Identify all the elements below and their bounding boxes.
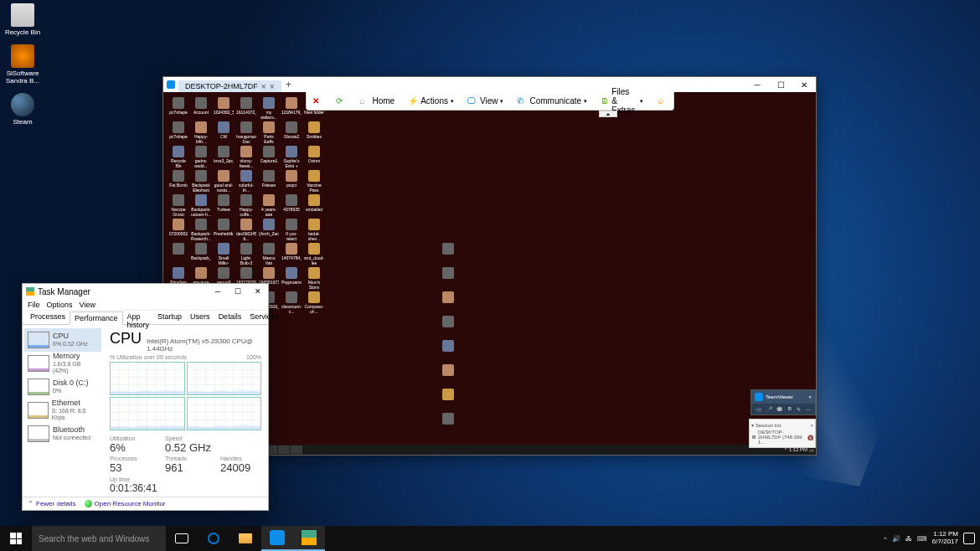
- menu-view[interactable]: View: [80, 301, 95, 309]
- task-manager-taskbar-button[interactable]: [293, 526, 325, 551]
- teamviewer-close-session-button[interactable]: ✕: [306, 92, 329, 110]
- remote-desktop-icon[interactable]: Light-Buib-3: [236, 243, 256, 265]
- task-manager-close-button[interactable]: ✕: [248, 284, 268, 299]
- teamviewer-home-button[interactable]: ⌂Home: [353, 92, 401, 110]
- remote-desktop-icon[interactable]: [438, 291, 458, 313]
- remote-desktop-icon[interactable]: (Avch_Zacze...: [259, 219, 279, 240]
- teamviewer-tab-close-icon[interactable]: ×: [261, 82, 266, 91]
- teamviewer-actions-menu[interactable]: ⚡Actions▾: [401, 92, 461, 110]
- task-view-button[interactable]: [166, 526, 198, 551]
- task-manager-minimize-button[interactable]: ─: [208, 284, 228, 299]
- remote-desktop-icon[interactable]: CM: [214, 121, 234, 143]
- remote-desktop-icon[interactable]: Backpack_Car: [191, 243, 211, 265]
- teamviewer-panel-close-icon[interactable]: ×: [808, 394, 812, 399]
- remote-desktop-icon[interactable]: good and-nostg...: [214, 170, 234, 192]
- remote-desktop-icon[interactable]: classroom-c...: [281, 291, 302, 313]
- remote-desktop-icon[interactable]: [438, 340, 458, 362]
- remote-desktop-icon[interactable]: brvs3_2pc...: [214, 146, 234, 167]
- remote-desktop-icon[interactable]: dec060245-6...: [236, 219, 256, 240]
- session-list-close-icon[interactable]: ×: [810, 423, 813, 428]
- tv-tool-video-icon[interactable]: 📹: [756, 406, 761, 412]
- teamviewer-minimize-button[interactable]: ─: [745, 77, 769, 92]
- teamviewer-refresh-button[interactable]: ⟳: [329, 92, 353, 110]
- remote-desktop-icon[interactable]: Psyproams: [281, 267, 302, 289]
- remote-desktop-icon[interactable]: Small Milky-Summer: [214, 243, 234, 265]
- remote-desktop-icon[interactable]: projct: [281, 170, 302, 192]
- tray-volume-icon[interactable]: 🔊: [892, 535, 900, 543]
- remote-desktop-icon[interactable]: Vaccine Pass Recvw 1900: [304, 170, 324, 192]
- start-button[interactable]: [0, 526, 32, 551]
- remote-desktop-icon[interactable]: [438, 267, 458, 289]
- teamviewer-feedback-button[interactable]: ☺: [650, 92, 673, 110]
- tray-network-icon[interactable]: 🖧: [905, 535, 912, 543]
- teamviewer-titlebar[interactable]: DESKTOP-2HML7DF × × + ─ ☐ ✕: [163, 77, 816, 92]
- remote-desktop-icon[interactable]: 12184179_1...: [281, 97, 302, 119]
- remote-desktop-icon[interactable]: Paris Eeffs: [259, 121, 279, 143]
- remote-desktop-icon[interactable]: [438, 316, 458, 337]
- remote-desktop-icon[interactable]: 4378935: [281, 194, 302, 216]
- remote-desktop-icon[interactable]: Compass-of-...: [304, 291, 324, 313]
- edge-taskbar-button[interactable]: [198, 526, 230, 551]
- remote-desktop-icon[interactable]: Mom's Signv: [304, 267, 324, 289]
- sisoft-sandra-icon[interactable]: SiSoftware Sandra B...: [3, 44, 42, 85]
- remote-desktop-icon[interactable]: 07200002: [168, 219, 188, 240]
- remote-desktop-icon[interactable]: my gallaxy...: [259, 97, 279, 119]
- remote-desktop-icon[interactable]: umbailed: [304, 194, 324, 216]
- remote-desktop-icon[interactable]: Backpack-uotopn-h...: [191, 194, 211, 216]
- tab-processes[interactable]: Processes: [26, 311, 70, 324]
- tv-tool-chat-icon[interactable]: 💬: [776, 406, 782, 412]
- remote-desktop-icon[interactable]: Manco Van: [259, 243, 279, 265]
- tray-chevron-icon[interactable]: ^: [884, 535, 887, 543]
- remote-desktop-icon[interactable]: Friesen: [259, 170, 279, 192]
- tab-services[interactable]: Services: [245, 311, 283, 324]
- fewer-details-link[interactable]: ⌃Fewer details: [28, 500, 76, 507]
- steam-icon[interactable]: Steam: [3, 93, 42, 126]
- session-entry[interactable]: DESKTOP-2HML7DF (748 299 1...: [758, 430, 806, 445]
- tv-tool-board-icon[interactable]: ✎: [797, 406, 801, 412]
- menu-options[interactable]: Options: [47, 301, 73, 309]
- remote-desktop-icon[interactable]: Turkee: [214, 194, 234, 216]
- remote-desktop-icon[interactable]: Sophie's Evist + Panic: [281, 146, 302, 167]
- search-input[interactable]: Search the web and Windows: [32, 526, 166, 551]
- resource-disk[interactable]: Disk 0 (C:)0%: [24, 375, 101, 399]
- teamviewer-new-tab-button[interactable]: +: [283, 79, 295, 90]
- remote-desktop-icon[interactable]: Inauguraon Day: [236, 121, 256, 143]
- teamviewer-tab-close2-icon[interactable]: ×: [270, 82, 275, 91]
- remote-desktop-icon[interactable]: Fat Bomb: [168, 170, 188, 192]
- remote-desktop-icon[interactable]: [438, 364, 458, 386]
- remote-desktop-icon[interactable]: sfumy-heeat...: [236, 146, 256, 167]
- remote-desktop-icon[interactable]: Ghosts2: [281, 121, 302, 143]
- resource-memory[interactable]: Memory1.6/3.8 GB (42%): [24, 352, 101, 375]
- tv-tool-mic-icon[interactable]: 🎤: [766, 406, 772, 412]
- tab-app-history[interactable]: App history: [123, 311, 154, 324]
- resource-ethernet[interactable]: EthernetS: 168 R: 8.0 Kbps: [24, 399, 101, 422]
- remote-desktop-icon[interactable]: 1024382_5k...: [214, 97, 234, 119]
- remote-desktop-icon[interactable]: Recycle Bin: [168, 146, 188, 167]
- tab-performance[interactable]: Performance: [70, 312, 123, 325]
- clock[interactable]: 1:12 PM 6/7/2017: [932, 531, 958, 546]
- recycle-bin-icon[interactable]: Recycle Bin: [3, 3, 42, 36]
- open-resource-monitor-link[interactable]: Open Resource Monitor: [85, 500, 166, 507]
- teamviewer-files-menu[interactable]: 🗎Files & Extras▾: [594, 92, 649, 110]
- remote-desktop-icon[interactable]: Backpack Elephant: [191, 170, 211, 192]
- teamviewer-communicate-menu[interactable]: ✆Communicate▾: [510, 92, 594, 110]
- remote-desktop-icon[interactable]: [168, 243, 188, 265]
- action-center-icon[interactable]: [963, 533, 975, 544]
- teamviewer-session-tab[interactable]: DESKTOP-2HML7DF × ×: [178, 80, 281, 92]
- file-explorer-taskbar-button[interactable]: [230, 526, 261, 551]
- teamviewer-maximize-button[interactable]: ☐: [769, 77, 792, 92]
- remote-desktop-icon[interactable]: [438, 413, 458, 435]
- teamviewer-close-button[interactable]: ✕: [792, 77, 816, 92]
- remote-desktop-icon[interactable]: Capture1: [259, 146, 279, 167]
- remote-desktop-icon[interactable]: 14074784_1...: [281, 243, 302, 265]
- remote-desktop-icon[interactable]: 4 years-age: [259, 194, 279, 216]
- remote-desktop-icon[interactable]: colorful-th...: [236, 170, 256, 192]
- resource-bluetooth[interactable]: BluetoothNot connected: [24, 422, 101, 445]
- remote-desktop-icon[interactable]: Backpack-Rowerch...: [191, 219, 211, 240]
- chevron-down-icon[interactable]: ▾: [751, 422, 754, 428]
- remote-desktop-icon[interactable]: pc7shape: [168, 121, 188, 143]
- teamviewer-session-list[interactable]: ▾Session list× 🖥DESKTOP-2HML7DF (748 299…: [749, 419, 816, 448]
- remote-desktop-icon[interactable]: Preshebilk...: [214, 219, 234, 240]
- tv-tool-file-icon[interactable]: 🗎: [787, 406, 792, 412]
- remote-desktop-icon[interactable]: Account: [191, 97, 211, 119]
